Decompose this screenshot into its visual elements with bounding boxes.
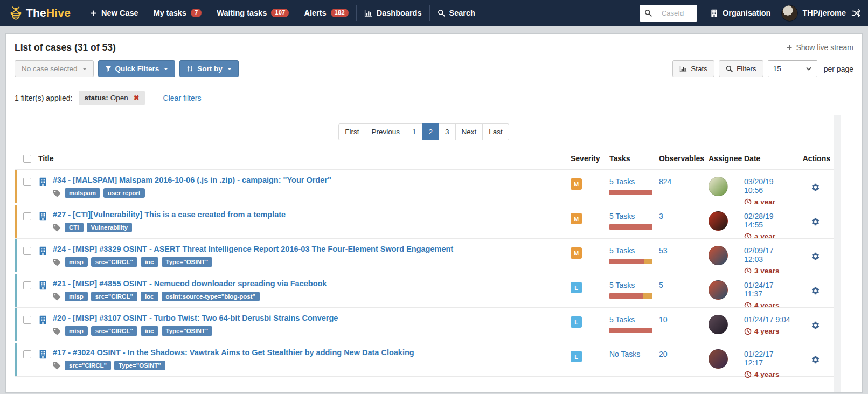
caret-down-icon [82, 68, 87, 70]
nav-user-menu[interactable]: THP/jerome [777, 0, 850, 26]
row-checkbox[interactable] [23, 316, 31, 324]
case-date-link[interactable]: 02/28/19 14:55 [744, 212, 774, 229]
tag[interactable]: user report [103, 188, 145, 198]
show-live-stream-button[interactable]: Show live stream [786, 43, 853, 52]
case-search-button[interactable] [640, 5, 657, 22]
funnel-icon [105, 66, 112, 72]
case-title-link[interactable]: #20 - [MISP] #3107 OSINT - Turbo Twist: … [53, 314, 338, 322]
tag[interactable]: Type="OSINT" [162, 326, 213, 336]
scrollbar[interactable] [834, 115, 841, 392]
row-checkbox[interactable] [23, 247, 31, 255]
tag[interactable]: Vulnerability [87, 223, 133, 232]
clear-filters-link[interactable]: Clear filters [163, 94, 202, 102]
select-all-checkbox[interactable] [23, 155, 31, 163]
assignee-avatar[interactable] [709, 315, 728, 334]
row-checkbox[interactable] [23, 281, 31, 289]
stats-button[interactable]: Stats [672, 60, 714, 77]
per-page-select[interactable]: 15 [768, 60, 817, 77]
nav-dashboards[interactable]: Dashboards [357, 0, 429, 26]
assignee-avatar[interactable] [709, 177, 728, 196]
tasks-link[interactable]: 5 Tasks [609, 246, 635, 255]
observables-link[interactable]: 5 [659, 281, 663, 289]
row-checkbox[interactable] [23, 178, 31, 186]
task-progress-segment [643, 293, 652, 299]
assignee-avatar[interactable] [709, 349, 728, 369]
pagination-item-last[interactable]: Last [482, 123, 509, 140]
tag[interactable]: ioc [141, 257, 158, 267]
assignee-avatar[interactable] [709, 211, 728, 231]
tag[interactable]: ioc [141, 326, 158, 336]
observables-link[interactable]: 3 [659, 212, 663, 220]
sort-by-dropdown[interactable]: Sort by [179, 60, 239, 77]
tag[interactable]: CTI [65, 223, 84, 232]
nav-alerts[interactable]: Alerts 182 [296, 0, 356, 26]
pagination-item-next[interactable]: Next [455, 123, 483, 140]
tag-list: mispsrc="CIRCL"iocosint:source-type="blo… [65, 292, 260, 301]
tag[interactable]: src="CIRCL" [91, 257, 137, 267]
tasks-link[interactable]: No Tasks [609, 350, 640, 358]
plus-icon [786, 44, 793, 51]
tag[interactable]: Type="OSINT" [114, 361, 165, 370]
case-selection-label: No case selected [22, 65, 78, 73]
nav-waiting-tasks[interactable]: Waiting tasks 107 [209, 0, 296, 26]
filters-button[interactable]: Filters [719, 60, 763, 77]
top-navbar: TheHive New Case My tasks 7 Waiting task… [0, 0, 868, 26]
brand-logo[interactable]: TheHive [9, 6, 71, 20]
assignee-avatar[interactable] [709, 246, 728, 265]
pagination-item-first[interactable]: First [338, 123, 365, 140]
case-id-input[interactable] [657, 5, 697, 21]
actions-gear-icon[interactable] [811, 321, 820, 342]
case-date-link[interactable]: 01/24/17 9:04 [744, 315, 790, 324]
case-date-link[interactable]: 01/22/17 12:17 [744, 350, 774, 367]
tasks-link[interactable]: 5 Tasks [609, 281, 635, 289]
actions-gear-icon[interactable] [811, 183, 820, 206]
case-date-link[interactable]: 03/20/19 10:56 [744, 177, 774, 195]
actions-gear-icon[interactable] [811, 252, 820, 275]
row-checkbox[interactable] [23, 350, 31, 358]
case-title-link[interactable]: #24 - [MISP] #3329 OSINT - ASERT Threat … [53, 245, 453, 253]
observables-link[interactable]: 824 [659, 177, 671, 186]
tag[interactable]: misp [65, 257, 88, 267]
pagination-item-3[interactable]: 3 [439, 123, 456, 140]
actions-gear-icon[interactable] [811, 355, 820, 378]
row-checkbox[interactable] [23, 212, 31, 220]
tasks-link[interactable]: 5 Tasks [609, 177, 635, 186]
pagination-item-2[interactable]: 2 [422, 123, 439, 140]
tag[interactable]: malspam [65, 188, 100, 198]
tag[interactable]: osint:source-type="blog-post" [162, 292, 260, 301]
case-title-link[interactable]: #21 - [MISP] #4855 OSINT - Nemucod downl… [53, 279, 327, 288]
case-title-link[interactable]: #34 - [MALSPAM] Malspam 2016-10-06 (.js … [53, 176, 331, 184]
observables-link[interactable]: 20 [659, 350, 668, 358]
tasks-link[interactable]: 5 Tasks [609, 212, 635, 220]
my-tasks-count-badge: 7 [191, 9, 202, 18]
tag[interactable]: ioc [141, 292, 158, 301]
tag[interactable]: misp [65, 292, 88, 301]
nav-my-tasks[interactable]: My tasks 7 [146, 0, 210, 26]
nav-search[interactable]: Search [430, 0, 483, 26]
case-title-link[interactable]: #27 - [CTI][Vulnerability] This is a cas… [53, 210, 286, 219]
severity-strip [15, 239, 17, 272]
tag[interactable]: Type="OSINT" [162, 257, 213, 267]
tasks-link[interactable]: 5 Tasks [609, 315, 635, 324]
pagination-item-1[interactable]: 1 [406, 123, 423, 140]
assignee-avatar[interactable] [709, 280, 728, 300]
actions-gear-icon[interactable] [811, 217, 820, 240]
filters-label: Filters [737, 65, 756, 73]
nav-organisation[interactable]: Organisation [705, 0, 776, 26]
observables-link[interactable]: 53 [659, 246, 668, 255]
case-selection-dropdown[interactable]: No case selected [15, 60, 94, 77]
switch-organisation-icon[interactable] [851, 8, 862, 18]
tag[interactable]: misp [65, 326, 88, 336]
actions-gear-icon[interactable] [811, 286, 820, 309]
tag[interactable]: src="CIRCL" [65, 361, 111, 370]
case-date-link[interactable]: 02/09/17 12:03 [744, 246, 774, 264]
pagination-item-previous[interactable]: Previous [365, 123, 406, 140]
tag[interactable]: src="CIRCL" [91, 292, 137, 301]
case-date-link[interactable]: 01/24/17 11:37 [744, 281, 774, 298]
quick-filters-dropdown[interactable]: Quick Filters [98, 60, 176, 77]
nav-new-case[interactable]: New Case [82, 0, 146, 26]
case-title-link[interactable]: #17 - #3024 OSINT - In the Shadows: Vawt… [53, 348, 414, 357]
tag[interactable]: src="CIRCL" [91, 326, 137, 336]
observables-link[interactable]: 10 [659, 315, 668, 324]
remove-filter-icon[interactable]: ✖ [134, 94, 140, 101]
